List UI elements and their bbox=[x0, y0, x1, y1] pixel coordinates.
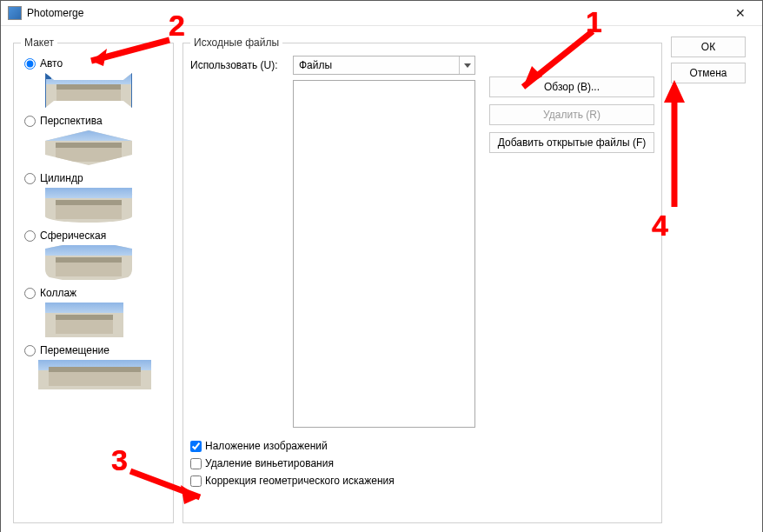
radio-perspective-label: Перспектива bbox=[40, 115, 103, 127]
close-icon: ✕ bbox=[735, 6, 746, 20]
radio-spherical-label: Сферическая bbox=[40, 229, 106, 242]
add-open-files-button[interactable]: Добавить открытые файлы (F) bbox=[489, 132, 654, 153]
thumb-collage bbox=[45, 303, 123, 337]
photomerge-window: Photomerge ✕ Макет Авто Перспектива Цили… bbox=[0, 0, 763, 532]
layout-option-auto[interactable]: Авто bbox=[24, 57, 166, 70]
layout-option-cylinder[interactable]: Цилиндр bbox=[24, 172, 166, 184]
chevron-down-icon bbox=[459, 57, 474, 74]
file-list[interactable] bbox=[293, 80, 475, 428]
title-bar: Photomerge ✕ bbox=[1, 1, 762, 26]
radio-reposition[interactable] bbox=[24, 345, 36, 356]
thumb-reposition bbox=[38, 360, 151, 389]
ok-button[interactable]: ОК bbox=[671, 37, 746, 57]
thumb-auto bbox=[45, 73, 132, 108]
use-combo[interactable]: Файлы bbox=[293, 56, 475, 75]
check-vignette-label: Удаление виньетирования bbox=[205, 457, 334, 469]
file-buttons: Обзор (B)... Удалить (R) Добавить открыт… bbox=[489, 76, 654, 153]
source-files-group: Исходные файлы Использовать (U): Файлы О… bbox=[182, 37, 662, 523]
layout-option-perspective[interactable]: Перспектива bbox=[24, 115, 166, 127]
layout-option-spherical[interactable]: Сферическая bbox=[24, 229, 166, 242]
svg-marker-0 bbox=[464, 63, 471, 68]
radio-auto[interactable] bbox=[24, 58, 36, 70]
check-blend-row[interactable]: Наложение изображений bbox=[190, 440, 654, 452]
thumb-spherical bbox=[45, 245, 132, 280]
layout-group-label: Макет bbox=[21, 37, 57, 49]
source-checks: Наложение изображений Удаление виньетиро… bbox=[190, 440, 654, 487]
radio-cylinder[interactable] bbox=[24, 173, 36, 184]
check-vignette[interactable] bbox=[190, 458, 202, 469]
dialog-buttons: ОК Отмена bbox=[671, 37, 746, 523]
close-button[interactable]: ✕ bbox=[720, 1, 760, 25]
check-blend[interactable] bbox=[190, 441, 202, 452]
radio-collage[interactable] bbox=[24, 288, 36, 299]
radio-cylinder-label: Цилиндр bbox=[40, 172, 83, 184]
browse-button[interactable]: Обзор (B)... bbox=[489, 76, 654, 97]
radio-reposition-label: Перемещение bbox=[40, 344, 109, 356]
radio-auto-label: Авто bbox=[40, 57, 63, 70]
source-top-row: Использовать (U): Файлы Обзор (B)... Уда… bbox=[190, 56, 654, 428]
check-blend-label: Наложение изображений bbox=[205, 440, 328, 452]
remove-button[interactable]: Удалить (R) bbox=[489, 104, 654, 125]
radio-spherical[interactable] bbox=[24, 230, 36, 242]
check-geom-label: Коррекция геометрического искажения bbox=[205, 475, 395, 487]
layout-option-collage[interactable]: Коллаж bbox=[24, 287, 166, 299]
thumb-perspective bbox=[45, 130, 132, 165]
layout-group: Макет Авто Перспектива Цилиндр Сферическ… bbox=[13, 37, 174, 523]
check-geom[interactable] bbox=[190, 475, 202, 487]
use-label: Использовать (U): bbox=[190, 56, 286, 71]
radio-perspective[interactable] bbox=[24, 116, 36, 127]
window-title: Photomerge bbox=[27, 7, 720, 19]
source-group-label: Исходные файлы bbox=[190, 37, 282, 49]
client-area: Макет Авто Перспектива Цилиндр Сферическ… bbox=[1, 26, 762, 532]
use-combo-value: Файлы bbox=[294, 59, 459, 71]
check-vignette-row[interactable]: Удаление виньетирования bbox=[190, 457, 654, 469]
app-icon bbox=[8, 6, 22, 20]
layout-option-reposition[interactable]: Перемещение bbox=[24, 344, 166, 356]
thumb-cylinder bbox=[45, 188, 132, 223]
check-geom-row[interactable]: Коррекция геометрического искажения bbox=[190, 475, 654, 487]
radio-collage-label: Коллаж bbox=[40, 287, 76, 299]
cancel-button[interactable]: Отмена bbox=[671, 63, 746, 83]
